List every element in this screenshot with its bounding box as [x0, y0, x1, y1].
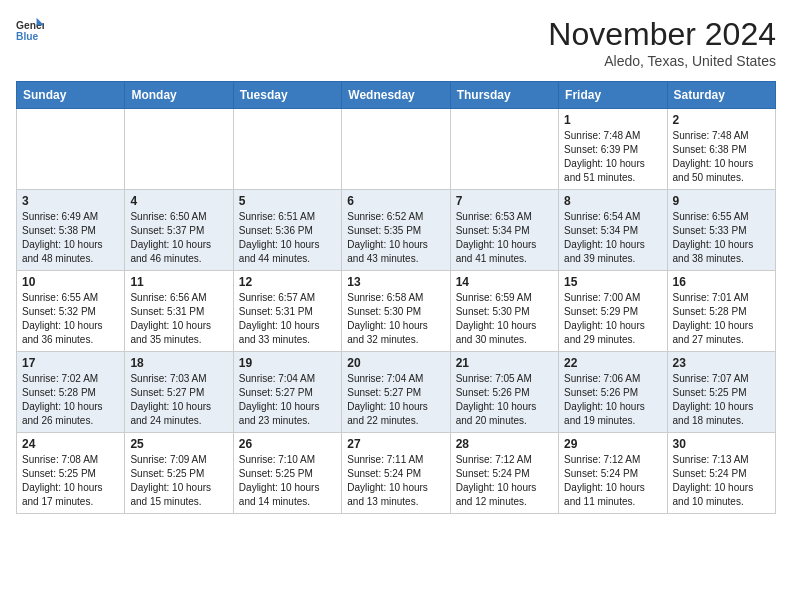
- calendar-day-cell: 20Sunrise: 7:04 AM Sunset: 5:27 PM Dayli…: [342, 352, 450, 433]
- day-number: 20: [347, 356, 444, 370]
- calendar-day-cell: 29Sunrise: 7:12 AM Sunset: 5:24 PM Dayli…: [559, 433, 667, 514]
- calendar-day-cell: 12Sunrise: 6:57 AM Sunset: 5:31 PM Dayli…: [233, 271, 341, 352]
- day-info: Sunrise: 6:56 AM Sunset: 5:31 PM Dayligh…: [130, 291, 227, 347]
- calendar-day-cell: 13Sunrise: 6:58 AM Sunset: 5:30 PM Dayli…: [342, 271, 450, 352]
- day-number: 11: [130, 275, 227, 289]
- day-info: Sunrise: 6:55 AM Sunset: 5:32 PM Dayligh…: [22, 291, 119, 347]
- day-info: Sunrise: 6:53 AM Sunset: 5:34 PM Dayligh…: [456, 210, 553, 266]
- calendar-empty-cell: [233, 109, 341, 190]
- calendar-day-cell: 3Sunrise: 6:49 AM Sunset: 5:38 PM Daylig…: [17, 190, 125, 271]
- day-number: 6: [347, 194, 444, 208]
- day-number: 21: [456, 356, 553, 370]
- calendar-day-cell: 7Sunrise: 6:53 AM Sunset: 5:34 PM Daylig…: [450, 190, 558, 271]
- calendar-day-cell: 9Sunrise: 6:55 AM Sunset: 5:33 PM Daylig…: [667, 190, 775, 271]
- day-number: 1: [564, 113, 661, 127]
- calendar-day-cell: 18Sunrise: 7:03 AM Sunset: 5:27 PM Dayli…: [125, 352, 233, 433]
- day-number: 8: [564, 194, 661, 208]
- calendar-day-cell: 15Sunrise: 7:00 AM Sunset: 5:29 PM Dayli…: [559, 271, 667, 352]
- calendar-empty-cell: [342, 109, 450, 190]
- calendar-day-cell: 19Sunrise: 7:04 AM Sunset: 5:27 PM Dayli…: [233, 352, 341, 433]
- calendar-header-cell: Friday: [559, 82, 667, 109]
- day-info: Sunrise: 6:59 AM Sunset: 5:30 PM Dayligh…: [456, 291, 553, 347]
- day-info: Sunrise: 6:52 AM Sunset: 5:35 PM Dayligh…: [347, 210, 444, 266]
- calendar-week-row: 10Sunrise: 6:55 AM Sunset: 5:32 PM Dayli…: [17, 271, 776, 352]
- calendar-empty-cell: [450, 109, 558, 190]
- day-number: 24: [22, 437, 119, 451]
- calendar-day-cell: 5Sunrise: 6:51 AM Sunset: 5:36 PM Daylig…: [233, 190, 341, 271]
- day-number: 10: [22, 275, 119, 289]
- day-number: 9: [673, 194, 770, 208]
- calendar-table: SundayMondayTuesdayWednesdayThursdayFrid…: [16, 81, 776, 514]
- day-info: Sunrise: 6:50 AM Sunset: 5:37 PM Dayligh…: [130, 210, 227, 266]
- day-info: Sunrise: 6:49 AM Sunset: 5:38 PM Dayligh…: [22, 210, 119, 266]
- calendar-header-row: SundayMondayTuesdayWednesdayThursdayFrid…: [17, 82, 776, 109]
- day-info: Sunrise: 6:58 AM Sunset: 5:30 PM Dayligh…: [347, 291, 444, 347]
- day-info: Sunrise: 7:12 AM Sunset: 5:24 PM Dayligh…: [564, 453, 661, 509]
- calendar-week-row: 1Sunrise: 7:48 AM Sunset: 6:39 PM Daylig…: [17, 109, 776, 190]
- calendar-day-cell: 11Sunrise: 6:56 AM Sunset: 5:31 PM Dayli…: [125, 271, 233, 352]
- month-title: November 2024: [548, 16, 776, 53]
- calendar-header-cell: Saturday: [667, 82, 775, 109]
- day-info: Sunrise: 7:09 AM Sunset: 5:25 PM Dayligh…: [130, 453, 227, 509]
- calendar-day-cell: 14Sunrise: 6:59 AM Sunset: 5:30 PM Dayli…: [450, 271, 558, 352]
- day-number: 22: [564, 356, 661, 370]
- day-info: Sunrise: 7:48 AM Sunset: 6:38 PM Dayligh…: [673, 129, 770, 185]
- day-number: 18: [130, 356, 227, 370]
- calendar-day-cell: 21Sunrise: 7:05 AM Sunset: 5:26 PM Dayli…: [450, 352, 558, 433]
- logo-icon: General Blue: [16, 16, 44, 44]
- calendar-day-cell: 23Sunrise: 7:07 AM Sunset: 5:25 PM Dayli…: [667, 352, 775, 433]
- day-info: Sunrise: 7:12 AM Sunset: 5:24 PM Dayligh…: [456, 453, 553, 509]
- day-number: 13: [347, 275, 444, 289]
- day-info: Sunrise: 7:04 AM Sunset: 5:27 PM Dayligh…: [239, 372, 336, 428]
- location-title: Aledo, Texas, United States: [548, 53, 776, 69]
- page-header: General Blue November 2024 Aledo, Texas,…: [16, 16, 776, 69]
- calendar-day-cell: 17Sunrise: 7:02 AM Sunset: 5:28 PM Dayli…: [17, 352, 125, 433]
- day-number: 4: [130, 194, 227, 208]
- calendar-header-cell: Sunday: [17, 82, 125, 109]
- calendar-empty-cell: [125, 109, 233, 190]
- day-info: Sunrise: 7:08 AM Sunset: 5:25 PM Dayligh…: [22, 453, 119, 509]
- calendar-header-cell: Monday: [125, 82, 233, 109]
- calendar-day-cell: 8Sunrise: 6:54 AM Sunset: 5:34 PM Daylig…: [559, 190, 667, 271]
- day-number: 30: [673, 437, 770, 451]
- calendar-day-cell: 24Sunrise: 7:08 AM Sunset: 5:25 PM Dayli…: [17, 433, 125, 514]
- day-number: 29: [564, 437, 661, 451]
- day-number: 14: [456, 275, 553, 289]
- day-number: 16: [673, 275, 770, 289]
- day-number: 28: [456, 437, 553, 451]
- calendar-day-cell: 4Sunrise: 6:50 AM Sunset: 5:37 PM Daylig…: [125, 190, 233, 271]
- day-info: Sunrise: 7:10 AM Sunset: 5:25 PM Dayligh…: [239, 453, 336, 509]
- day-number: 3: [22, 194, 119, 208]
- calendar-week-row: 3Sunrise: 6:49 AM Sunset: 5:38 PM Daylig…: [17, 190, 776, 271]
- day-info: Sunrise: 7:06 AM Sunset: 5:26 PM Dayligh…: [564, 372, 661, 428]
- day-number: 7: [456, 194, 553, 208]
- day-info: Sunrise: 7:01 AM Sunset: 5:28 PM Dayligh…: [673, 291, 770, 347]
- day-number: 17: [22, 356, 119, 370]
- calendar-week-row: 17Sunrise: 7:02 AM Sunset: 5:28 PM Dayli…: [17, 352, 776, 433]
- calendar-body: 1Sunrise: 7:48 AM Sunset: 6:39 PM Daylig…: [17, 109, 776, 514]
- day-number: 12: [239, 275, 336, 289]
- calendar-day-cell: 22Sunrise: 7:06 AM Sunset: 5:26 PM Dayli…: [559, 352, 667, 433]
- day-number: 25: [130, 437, 227, 451]
- day-info: Sunrise: 6:55 AM Sunset: 5:33 PM Dayligh…: [673, 210, 770, 266]
- calendar-day-cell: 25Sunrise: 7:09 AM Sunset: 5:25 PM Dayli…: [125, 433, 233, 514]
- day-info: Sunrise: 7:11 AM Sunset: 5:24 PM Dayligh…: [347, 453, 444, 509]
- day-info: Sunrise: 7:03 AM Sunset: 5:27 PM Dayligh…: [130, 372, 227, 428]
- day-info: Sunrise: 7:04 AM Sunset: 5:27 PM Dayligh…: [347, 372, 444, 428]
- calendar-day-cell: 27Sunrise: 7:11 AM Sunset: 5:24 PM Dayli…: [342, 433, 450, 514]
- calendar-header-cell: Wednesday: [342, 82, 450, 109]
- calendar-day-cell: 10Sunrise: 6:55 AM Sunset: 5:32 PM Dayli…: [17, 271, 125, 352]
- day-info: Sunrise: 6:51 AM Sunset: 5:36 PM Dayligh…: [239, 210, 336, 266]
- calendar-day-cell: 1Sunrise: 7:48 AM Sunset: 6:39 PM Daylig…: [559, 109, 667, 190]
- day-info: Sunrise: 6:57 AM Sunset: 5:31 PM Dayligh…: [239, 291, 336, 347]
- day-info: Sunrise: 7:00 AM Sunset: 5:29 PM Dayligh…: [564, 291, 661, 347]
- day-info: Sunrise: 7:07 AM Sunset: 5:25 PM Dayligh…: [673, 372, 770, 428]
- calendar-day-cell: 28Sunrise: 7:12 AM Sunset: 5:24 PM Dayli…: [450, 433, 558, 514]
- calendar-day-cell: 16Sunrise: 7:01 AM Sunset: 5:28 PM Dayli…: [667, 271, 775, 352]
- day-info: Sunrise: 7:02 AM Sunset: 5:28 PM Dayligh…: [22, 372, 119, 428]
- day-info: Sunrise: 6:54 AM Sunset: 5:34 PM Dayligh…: [564, 210, 661, 266]
- day-number: 27: [347, 437, 444, 451]
- day-number: 2: [673, 113, 770, 127]
- day-number: 5: [239, 194, 336, 208]
- calendar-header-cell: Thursday: [450, 82, 558, 109]
